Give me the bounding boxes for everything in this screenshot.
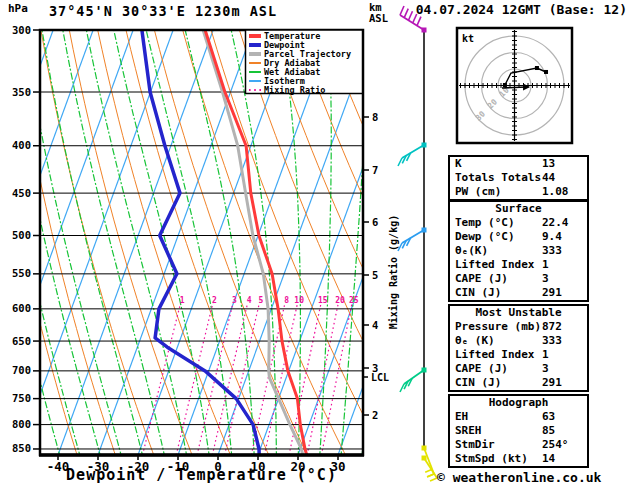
stat-value: 85 [542,424,555,438]
altitude-tick-label: 8 [372,111,378,123]
hodograph-ring-label: 20 [486,97,499,110]
stat-value: 1 [542,258,549,272]
stat-label: CAPE (J) [455,362,508,375]
stat-value: 14 [542,452,555,466]
table-row: Pressure (mb)872 [450,320,587,334]
table-title: Most Unstable [450,306,587,320]
mixing-ratio-value: 8 [284,296,289,305]
stat-label: Dewp (°C) [455,230,515,243]
mixing-ratio-value: 15 [318,296,328,305]
stat-label: StmDir [455,438,495,451]
altitude-axis-unit: km ASL [369,2,388,24]
table-row: CIN (J)291 [450,376,587,390]
table-row: K13 [450,157,587,171]
mixing-ratio-value: 5 [259,296,264,305]
pressure-tick-label: 700 [12,364,31,376]
stat-value: 3 [542,272,549,286]
hodograph-ring-label: 30 [474,109,487,122]
mixing-ratio-value: 10 [294,296,304,305]
stat-label: CAPE (J) [455,272,508,285]
wind-barb [422,446,435,478]
altitude-tick-label: 7 [372,164,378,176]
table-row: Temp (°C)22.4 [450,216,587,230]
wind-barb-column [398,6,437,481]
table-row: Lifted Index1 [450,348,587,362]
table-row: SREH85 [450,424,587,438]
stat-value: 333 [542,244,562,258]
sounding-page: 1234581015202530035040045050055060065070… [0,0,629,486]
hodograph-table: HodographEH63SREH85StmDir254°StmSpd (kt)… [448,394,589,468]
stat-value: 872 [542,320,562,334]
pressure-tick-label: 550 [12,267,31,279]
indices-table: K13Totals Totals44PW (cm)1.08 [448,155,589,201]
wind-barb [400,368,427,393]
stat-value: 44 [542,171,555,185]
pressure-tick-label: 850 [12,442,31,454]
pressure-axis-unit: hPa [8,2,28,15]
hodograph: 102030kt [457,28,572,143]
copyright-credit: © weatheronline.co.uk [437,470,601,485]
table-row: CIN (J)291 [450,286,587,300]
pressure-tick-label: 750 [12,392,31,404]
stat-label: CIN (J) [455,376,501,389]
mixing-ratio-value: 25 [349,296,359,305]
temperature-axis-label: Dewpoint / Temperature (°C) [40,466,363,484]
pressure-tick-label: 650 [12,335,31,347]
pressure-tick-labels: 300350400450500550600650700750800850 [12,24,40,455]
hodograph-trace [505,68,546,85]
stat-label: EH [455,410,468,423]
stat-value: 9.4 [542,230,562,244]
altitude-tick-label: 2 [372,409,378,421]
station-title: 37°45'N 30°33'E 1230m ASL [40,3,286,19]
altitude-tick-labels: 8765432LCL [363,111,389,421]
table-row: θₑ(K)333 [450,244,587,258]
table-row: EH63 [450,410,587,424]
table-title: Hodograph [450,396,587,410]
table-row: Dewp (°C)9.4 [450,230,587,244]
stat-label: Lifted Index [455,258,534,271]
altitude-tick-label: 5 [372,269,378,281]
stat-label: Pressure (mb) [455,320,541,333]
pressure-tick-label: 450 [12,187,31,199]
stat-label: SREH [455,424,482,437]
table-title: Surface [450,202,587,216]
pressure-tick-label: 800 [12,418,31,430]
pressure-tick-label: 600 [12,302,31,314]
pressure-tick-label: 500 [12,229,31,241]
stat-value: 13 [542,157,555,171]
stat-label: θₑ(K) [455,244,488,257]
table-row: StmDir254° [450,438,587,452]
stat-value: 1 [542,348,549,362]
lcl-label: LCL [371,372,389,383]
altitude-tick-label: 4 [372,319,378,331]
stat-label: Temp (°C) [455,216,515,229]
datetime-label: 04.07.2024 12GMT (Base: 12) [416,2,627,17]
stat-value: 1.08 [542,185,569,199]
stat-label: PW (cm) [455,185,501,198]
mixing-ratio-value: 20 [335,296,345,305]
table-row: θₑ (K)333 [450,334,587,348]
mixing-ratio-value: 3 [232,296,237,305]
table-row: Lifted Index1 [450,258,587,272]
table-row: StmSpd (kt)14 [450,452,587,466]
wind-barb [398,143,427,167]
stat-value: 333 [542,334,562,348]
stat-value: 291 [542,286,562,300]
hodograph-unit-label: kt [462,33,474,44]
pressure-tick-label: 400 [12,139,31,151]
mixing-ratio-value: 1 [180,296,185,305]
storm-motion-arrow [502,87,526,88]
mixing-ratio-value: 2 [212,296,217,305]
wind-barb [398,228,427,252]
stat-label: θₑ (K) [455,334,495,347]
stat-value: 254° [542,438,569,452]
mixing-ratio-value: 4 [247,296,252,305]
pressure-tick-label: 350 [12,86,31,98]
stat-value: 22.4 [542,216,569,230]
mixing-ratio-axis-label: Mixing Ratio (g/kg) [388,215,399,329]
stat-value: 291 [542,376,562,390]
stat-label: K [455,157,462,170]
asl-label: ASL [369,13,388,24]
table-row: Totals Totals44 [450,171,587,185]
stat-label: CIN (J) [455,286,501,299]
